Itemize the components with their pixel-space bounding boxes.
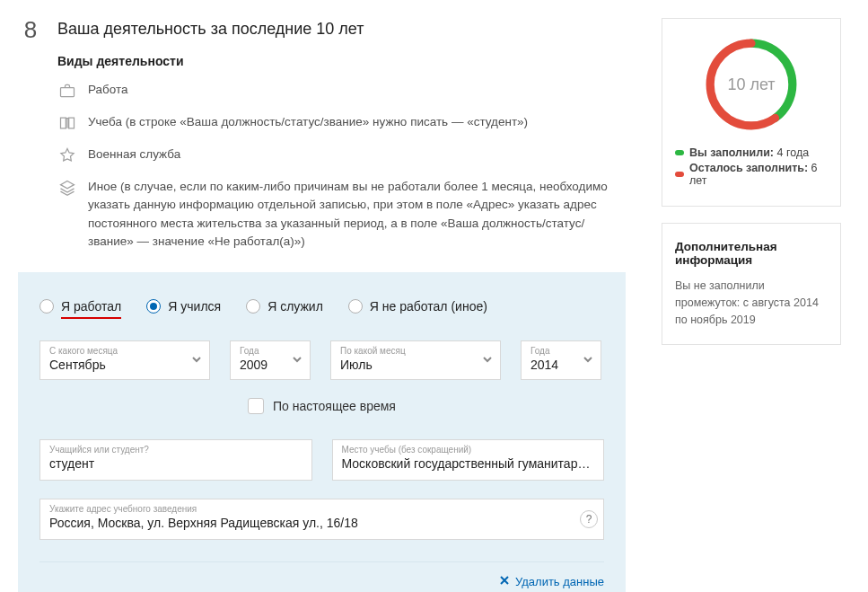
- present-checkbox[interactable]: [248, 398, 264, 414]
- legend-done-value: 4 года: [777, 146, 810, 159]
- category-study-label: Учеба (в строке «Ваша должность/статус/з…: [88, 113, 528, 131]
- radio-served[interactable]: Я служил: [246, 299, 323, 314]
- radio-served-label: Я служил: [267, 299, 323, 314]
- to-month-select[interactable]: По какой месяц Июль: [330, 340, 501, 380]
- chevron-down-icon: [292, 353, 302, 367]
- radio-studied[interactable]: Я учился: [146, 299, 221, 314]
- step-number: 8: [18, 18, 43, 41]
- donut-center-text: 10 лет: [702, 35, 801, 134]
- radio-idle[interactable]: Я не работал (иное): [348, 299, 487, 314]
- study-place-label: Место учебы (без сокращений): [342, 446, 595, 455]
- study-place-value: Московский государственный гуманитарный: [342, 456, 595, 473]
- from-month-label: С какого месяца: [49, 347, 200, 356]
- chevron-down-icon: [583, 353, 593, 367]
- briefcase-icon: [57, 81, 77, 101]
- category-other-label: Иное (в случае, если по каким-либо причи…: [88, 178, 626, 251]
- category-work-label: Работа: [88, 81, 128, 99]
- info-card-text: Вы не заполнили промежуток: с августа 20…: [675, 278, 828, 328]
- step-title: Ваша деятельность за последние 10 лет: [57, 18, 364, 39]
- category-study: Учеба (в строке «Ваша должность/статус/з…: [57, 113, 626, 133]
- radio-worked-label: Я работал: [61, 299, 121, 314]
- to-month-label: По какой месяц: [340, 347, 491, 356]
- layers-icon: [57, 178, 77, 198]
- close-icon: [499, 575, 510, 588]
- to-year-select[interactable]: Года 2014: [521, 340, 601, 380]
- status-label: Учащийся или студент?: [49, 446, 302, 455]
- address-field[interactable]: Укажите адрес учебного заведения Россия,…: [39, 499, 604, 540]
- legend-done: Вы заполнили: 4 года: [675, 146, 828, 159]
- chevron-down-icon: [191, 353, 202, 367]
- address-label: Укажите адрес учебного заведения: [49, 505, 594, 514]
- present-label: По настоящее время: [273, 399, 396, 413]
- radio-worked[interactable]: Я работал: [39, 299, 121, 314]
- activity-type-radios: Я работал Я учился Я служил Я не работал…: [39, 299, 604, 314]
- to-month-value: Июль: [340, 358, 491, 372]
- status-value: студент: [49, 456, 302, 473]
- legend-remain: Осталось заполнить: 6 лет: [675, 162, 828, 187]
- delete-entry-link[interactable]: Удалить данные: [499, 575, 604, 588]
- category-army: Военная служба: [57, 146, 626, 165]
- svg-rect-0: [61, 88, 75, 97]
- address-value: Россия, Москва, ул. Верхняя Радищевская …: [49, 516, 594, 532]
- radio-studied-label: Я учился: [168, 299, 221, 314]
- from-year-select[interactable]: Года 2009: [230, 340, 311, 380]
- legend-remain-label: Осталось заполнить:: [689, 162, 808, 174]
- legend-done-label: Вы заполнили:: [689, 146, 774, 159]
- from-month-select[interactable]: С какого месяца Сентябрь: [39, 340, 210, 380]
- radio-idle-label: Я не работал (иное): [370, 299, 487, 314]
- chevron-down-icon: [482, 353, 493, 367]
- progress-card: 10 лет Вы заполнили: 4 года Осталось зап…: [662, 18, 841, 207]
- delete-entry-label: Удалить данные: [515, 575, 604, 588]
- info-card: Дополнительная информация Вы не заполнил…: [662, 223, 841, 345]
- address-help-button[interactable]: ?: [580, 510, 598, 528]
- category-army-label: Военная служба: [88, 146, 180, 163]
- star-icon: [57, 146, 77, 165]
- categories-subtitle: Виды деятельности: [57, 54, 626, 68]
- study-place-field[interactable]: Место учебы (без сокращений) Московский …: [332, 439, 605, 481]
- category-work: Работа: [57, 81, 626, 101]
- category-other: Иное (в случае, если по каким-либо причи…: [57, 178, 626, 251]
- activity-entry-panel: Я работал Я учился Я служил Я не работал…: [18, 272, 626, 592]
- book-icon: [57, 113, 77, 133]
- progress-donut: 10 лет: [702, 35, 801, 134]
- status-field[interactable]: Учащийся или студент? студент: [39, 439, 312, 481]
- info-card-title: Дополнительная информация: [675, 240, 828, 267]
- from-month-value: Сентябрь: [49, 358, 200, 372]
